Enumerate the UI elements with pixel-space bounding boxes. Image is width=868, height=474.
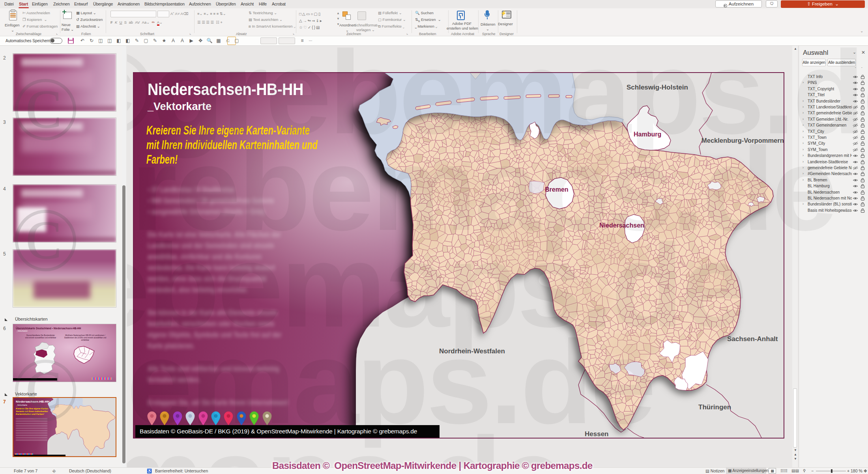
svg-text:Nordrhein-Westfalen: Nordrhein-Westfalen xyxy=(439,347,505,355)
svg-text:Hessen: Hessen xyxy=(585,430,608,438)
svg-text:Hamburg: Hamburg xyxy=(634,131,661,138)
svg-text:Niedersachsen: Niedersachsen xyxy=(599,222,644,229)
svg-text:Bremen: Bremen xyxy=(545,186,569,193)
svg-text:Schleswig-Holstein: Schleswig-Holstein xyxy=(627,84,688,91)
svg-text:Sachsen-Anhalt: Sachsen-Anhalt xyxy=(727,335,778,343)
svg-text:Mecklenburg-Vorpommern: Mecklenburg-Vorpommern xyxy=(702,137,784,144)
svg-text:Thüringen: Thüringen xyxy=(698,403,731,411)
